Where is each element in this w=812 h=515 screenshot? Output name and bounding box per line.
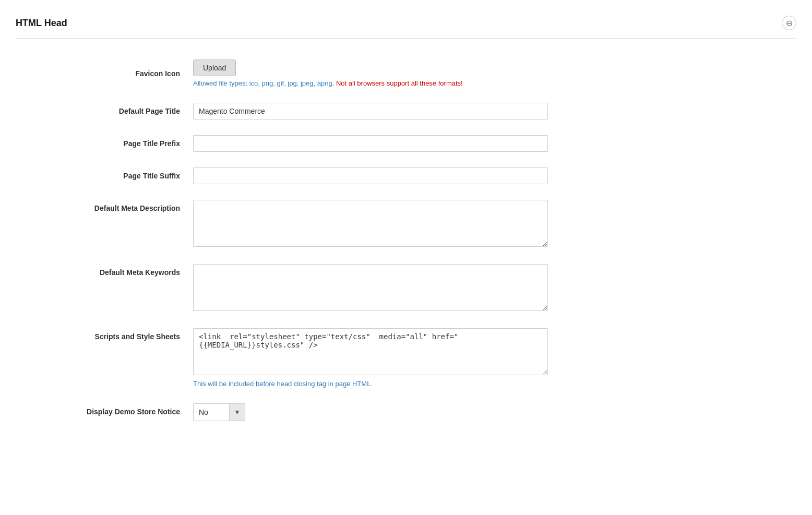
upload-button[interactable]: Upload	[193, 59, 236, 76]
default-meta-description-field	[193, 200, 548, 248]
favicon-row: Favicon Icon Upload Allowed file types: …	[16, 59, 796, 87]
default-meta-description-row: Default Meta Description	[16, 200, 796, 248]
scripts-help-text: This will be included before head closin…	[193, 380, 373, 388]
scripts-style-sheets-textarea[interactable]: <link rel="stylesheet" type="text/css" m…	[193, 328, 548, 375]
display-demo-store-notice-label: Display Demo Store Notice	[26, 403, 193, 416]
default-meta-description-label: Default Meta Description	[26, 200, 193, 212]
page-title-prefix-field	[193, 135, 548, 152]
page-title-suffix-field	[193, 167, 548, 184]
select-arrow-icon: ▼	[229, 404, 245, 421]
page-title-suffix-label: Page Title Suffix	[26, 167, 193, 180]
default-meta-keywords-label: Default Meta Keywords	[26, 264, 193, 277]
page-title-prefix-input[interactable]	[193, 135, 548, 152]
favicon-warning: Not all browsers support all these forma…	[334, 79, 462, 87]
scripts-style-sheets-row: Scripts and Style Sheets <link rel="styl…	[16, 328, 796, 388]
default-meta-keywords-field	[193, 264, 548, 313]
display-demo-store-notice-field: No Yes ▼	[193, 403, 548, 421]
collapse-button[interactable]: ⊖	[782, 16, 796, 30]
collapse-icon: ⊖	[786, 18, 793, 28]
display-demo-store-notice-select[interactable]: No Yes	[194, 404, 229, 420]
scripts-help: This will be included before head closin…	[193, 380, 548, 388]
page-title-suffix-input[interactable]	[193, 167, 548, 184]
page-container: HTML Head ⊖ Favicon Icon Upload Allowed …	[0, 0, 812, 515]
scripts-style-sheets-field: <link rel="stylesheet" type="text/css" m…	[193, 328, 548, 388]
default-meta-description-textarea[interactable]	[193, 200, 548, 247]
display-demo-store-notice-select-wrapper[interactable]: No Yes ▼	[193, 403, 245, 421]
default-meta-keywords-row: Default Meta Keywords	[16, 264, 796, 313]
page-title-prefix-label: Page Title Prefix	[26, 135, 193, 148]
section-title: HTML Head	[16, 18, 67, 29]
favicon-label: Favicon Icon	[26, 69, 193, 78]
section-header: HTML Head ⊖	[16, 10, 796, 39]
display-demo-store-notice-row: Display Demo Store Notice No Yes ▼	[16, 403, 796, 421]
default-page-title-field	[193, 103, 548, 119]
default-meta-keywords-textarea[interactable]	[193, 264, 548, 311]
scripts-style-sheets-label: Scripts and Style Sheets	[26, 328, 193, 341]
favicon-help: Allowed file types: ico, png, gif, jpg, …	[193, 79, 548, 87]
default-page-title-input[interactable]	[193, 103, 548, 119]
default-page-title-row: Default Page Title	[16, 103, 796, 119]
page-title-prefix-row: Page Title Prefix	[16, 135, 796, 152]
default-page-title-label: Default Page Title	[26, 103, 193, 115]
favicon-field: Upload Allowed file types: ico, png, gif…	[193, 59, 548, 87]
page-title-suffix-row: Page Title Suffix	[16, 167, 796, 184]
form-content: Favicon Icon Upload Allowed file types: …	[16, 54, 796, 442]
favicon-allowed-types: Allowed file types: ico, png, gif, jpg, …	[193, 79, 334, 87]
